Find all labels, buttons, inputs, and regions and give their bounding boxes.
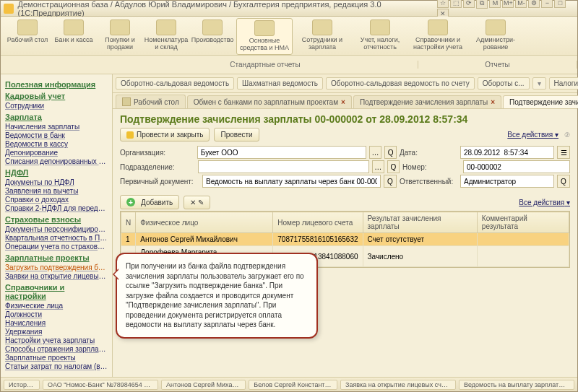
statusbar: История...ОАО "Номос-Банк" №78984654 от … xyxy=(1,377,577,391)
sidebar-link[interactable]: Ведомости в кассу xyxy=(5,140,108,148)
report-chip[interactable]: Оборотно-сальдовая ведомость по счету xyxy=(326,77,475,90)
close-icon[interactable]: × xyxy=(341,98,345,106)
sidebar-link[interactable]: Квартальная отчетность в ПФР xyxy=(5,234,108,242)
tab[interactable]: Рабочий стол xyxy=(116,95,186,108)
toolbar-item[interactable]: Основные средства и НМА xyxy=(236,18,293,55)
window-button[interactable]: M- xyxy=(515,0,527,8)
sidebar-link[interactable]: Депонирование xyxy=(5,149,108,157)
window-button[interactable]: ⬚ xyxy=(450,0,462,8)
org-open-button[interactable]: Q xyxy=(384,146,397,159)
sidebar-link[interactable]: Документы персонифицированного уч... xyxy=(5,225,108,233)
col-header[interactable]: Физическое лицо xyxy=(136,212,273,233)
report-chip[interactable]: Оборотно-сальдовая ведомость xyxy=(116,77,234,90)
toolbar-item[interactable]: Производство xyxy=(190,18,235,55)
window-button[interactable]: □ xyxy=(554,0,566,8)
statusbar-item[interactable]: Белов Сергей Константинович xyxy=(249,380,337,390)
tab[interactable]: Подтверждение зачисления зарплаты 00-00.… xyxy=(503,95,578,108)
col-header[interactable]: N xyxy=(121,212,136,233)
statusbar-item[interactable]: Антонов Сергей Михайлович xyxy=(161,380,246,390)
toolbar-item[interactable]: Администри-рование xyxy=(467,18,524,55)
sidebar-link[interactable]: Ведомости в банк xyxy=(5,131,108,139)
help-icon[interactable]: ② xyxy=(564,131,570,139)
sidebar-link[interactable]: Статьи затрат по налогам (взносам) с ... xyxy=(5,362,108,370)
dept-input[interactable] xyxy=(198,160,369,173)
org-input[interactable] xyxy=(197,146,366,159)
sidebar-link[interactable]: Способы отражения зарплаты в бух. уч... xyxy=(5,345,108,353)
responsible-input[interactable] xyxy=(460,175,554,188)
window-button[interactable]: ⟳ xyxy=(463,0,475,8)
sidebar-link[interactable]: Заявления на вычеты xyxy=(5,187,108,195)
window-button[interactable]: ☆ xyxy=(437,0,449,8)
report-chip[interactable]: Обороты с... xyxy=(478,77,530,90)
statusbar-item[interactable]: ОАО "Номос-Банк" №78984654 от 01.01... xyxy=(43,380,158,390)
toolbar-item[interactable]: Номенклатура и склад xyxy=(144,18,189,55)
primary-input[interactable] xyxy=(202,175,381,188)
sidebar-link[interactable]: Заявки на открытие лицевых счетов xyxy=(5,272,108,280)
table-row[interactable]: 1Антонов Сергей Михайлович70871755816105… xyxy=(121,233,569,246)
dept-select-button[interactable]: … xyxy=(372,160,384,173)
primary-open-button[interactable]: Q xyxy=(384,175,397,188)
table-more-button[interactable]: ✕ ✎ xyxy=(184,196,210,209)
sidebar-group-title: Полезная информация xyxy=(5,80,108,89)
tab[interactable]: Обмен с банками по зарплатным проектам× xyxy=(187,95,352,108)
sidebar-link[interactable]: Физические лица xyxy=(5,302,108,310)
date-picker-button[interactable]: ☰ xyxy=(557,146,570,159)
statusbar-item[interactable]: Заявка на открытие лицевых счетов 0000..… xyxy=(340,380,456,390)
sidebar-link[interactable]: Удержания xyxy=(5,328,108,336)
sidebar: Полезная информацияКадровый учетСотрудни… xyxy=(1,74,113,377)
close-icon[interactable]: × xyxy=(491,98,495,106)
org-label: Организация: xyxy=(120,149,194,157)
col-header[interactable]: Комментарий результата xyxy=(477,212,569,233)
window-button[interactable]: M+ xyxy=(502,0,514,8)
dept-label: Подразделение: xyxy=(120,163,195,171)
org-select-button[interactable]: … xyxy=(369,146,381,159)
sidebar-link[interactable]: Документы по НДФЛ xyxy=(5,178,108,186)
sidebar-link[interactable]: Справки 2-НДФЛ для передачи в нало... xyxy=(5,204,108,212)
date-input[interactable] xyxy=(460,146,554,159)
tab[interactable]: Подтверждение зачисления зарплаты× xyxy=(353,95,501,108)
help-callout: При получении из банка файла подтвержден… xyxy=(116,253,318,339)
toolbar-item[interactable]: Справочники и настройки учета xyxy=(410,18,466,55)
toolbar-item[interactable]: Банк и касса xyxy=(51,18,96,55)
window-button[interactable]: − xyxy=(541,0,553,8)
history-button[interactable]: История... xyxy=(4,380,40,390)
statusbar-item[interactable]: Ведомость на выплату зарплаты через б... xyxy=(459,380,574,390)
post-button[interactable]: Провести xyxy=(214,128,259,141)
report-chip[interactable]: Налоги и взносы (кратко) xyxy=(549,77,578,90)
sidebar-group-title: Зарплата xyxy=(5,113,108,121)
col-header[interactable]: Результат зачисления зарплаты xyxy=(363,212,477,233)
sidebar-group-title: Кадровый учет xyxy=(5,92,108,100)
dept-open-button[interactable]: Q xyxy=(387,160,400,173)
responsible-open-button[interactable]: Q xyxy=(557,175,570,188)
sidebar-link[interactable]: Настройки учета зарплаты xyxy=(5,336,108,344)
main-toolbar: Рабочий столБанк и кассаПокупки и продаж… xyxy=(1,17,577,56)
toolbar-item[interactable]: Учет, налоги, отчетность xyxy=(352,18,408,55)
sidebar-link[interactable]: Операции учета по страховым взносам xyxy=(5,243,108,251)
toolbar-icon xyxy=(254,20,275,36)
col-header[interactable]: Номер лицевого счета xyxy=(273,212,363,233)
toolbar-item[interactable]: Покупки и продажи xyxy=(98,18,142,55)
sidebar-link[interactable]: Списания депонированных сумм xyxy=(5,157,108,165)
report-dropdown[interactable] xyxy=(532,77,546,90)
sidebar-link[interactable]: Зарплатные проекты xyxy=(5,354,108,362)
toolbar-item[interactable]: Рабочий стол xyxy=(5,18,50,55)
add-row-button[interactable]: Добавить xyxy=(120,195,179,209)
titlebar: Демонстрационная база / Абдулов Юрий Вла… xyxy=(1,1,577,17)
window-button[interactable]: M xyxy=(489,0,501,8)
window-button[interactable]: ⧉ xyxy=(476,0,488,9)
sidebar-link[interactable]: Начисления зарплаты xyxy=(5,123,108,131)
sidebar-link[interactable]: Должности xyxy=(5,310,108,318)
post-and-close-button[interactable]: Провести и закрыть xyxy=(120,128,210,141)
sidebar-link[interactable]: Сотрудники xyxy=(5,102,108,110)
report-chip[interactable]: Шахматная ведомость xyxy=(237,77,323,90)
table-all-actions-link[interactable]: Все действия ▾ xyxy=(519,199,570,206)
sidebar-group-title: Зарплатные проекты xyxy=(5,253,108,262)
sidebar-link[interactable]: Справки о доходах xyxy=(5,196,108,204)
all-actions-link[interactable]: Все действия ▾ xyxy=(507,131,558,139)
toolbar-item[interactable]: Сотрудники и зарплата xyxy=(294,18,350,55)
sidebar-link[interactable]: Начисления xyxy=(5,319,108,327)
number-input[interactable] xyxy=(463,160,570,173)
sidebar-link[interactable]: Загрузить подтверждения банка xyxy=(5,263,108,271)
window-button[interactable]: ⚙ xyxy=(528,0,540,8)
sidebar-group-title: НДФЛ xyxy=(5,168,108,177)
